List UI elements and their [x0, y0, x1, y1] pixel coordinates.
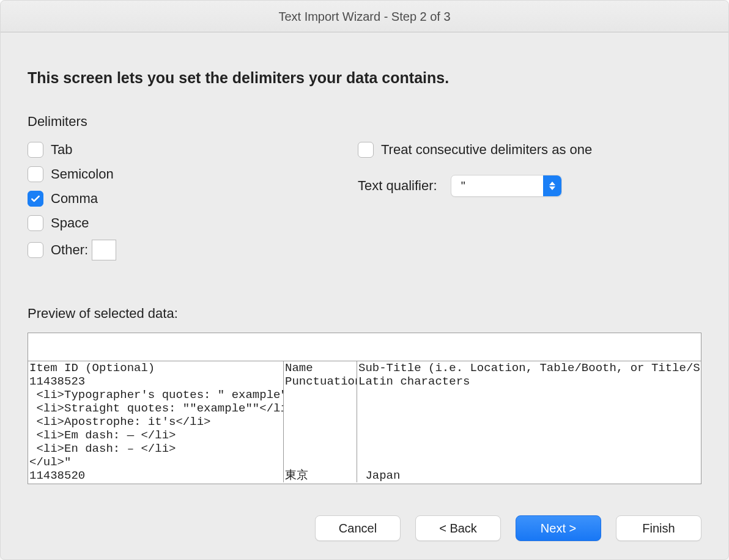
preview-cell	[357, 442, 701, 455]
delimiter-other-input[interactable]	[92, 240, 116, 260]
preview-cell: 11438523	[28, 375, 283, 388]
preview-cell: <li>Em dash: — </li>	[28, 429, 283, 442]
preview-cell: 11438520	[28, 469, 283, 482]
delimiter-semicolon-label: Semicolon	[51, 166, 114, 182]
delimiter-comma-checkbox[interactable]	[28, 191, 43, 207]
preview-label: Preview of selected data:	[28, 306, 701, 322]
preview-cell	[284, 429, 357, 442]
preview-cell: 東京	[284, 469, 357, 482]
preview-cell: <li>Apostrophe: it's</li>	[28, 415, 283, 429]
preview-cell	[284, 402, 357, 415]
preview-column-header: Sub-Title (i.e. Location, Table/Booth, o…	[357, 361, 701, 375]
delimiter-tab-label: Tab	[51, 142, 72, 158]
preview-cell	[357, 402, 701, 415]
consecutive-checkbox[interactable]	[358, 142, 374, 158]
preview-column: Sub-Title (i.e. Location, Table/Booth, o…	[357, 361, 701, 482]
preview-cell: </ul>"	[28, 455, 283, 469]
wizard-window: Text Import Wizard - Step 2 of 3 This sc…	[0, 0, 729, 560]
delimiter-semicolon-row[interactable]: Semicolon	[28, 166, 358, 182]
preview-cell	[357, 429, 701, 442]
preview-box: Item ID (Optional)11438523 <li>Typograph…	[28, 333, 701, 484]
delimiter-other-row[interactable]: Other:	[28, 240, 358, 260]
qualifier-value: "	[461, 179, 465, 193]
preview-column-header: Item ID (Optional)	[28, 361, 283, 375]
preview-cell	[357, 455, 701, 469]
preview-cell	[284, 442, 357, 455]
preview-cell	[357, 415, 701, 429]
preview-column-header: Name	[284, 361, 357, 375]
delimiters-label: Delimiters	[28, 114, 701, 130]
qualifier-select[interactable]: "	[451, 175, 562, 197]
preview-grid: Item ID (Optional)11438523 <li>Typograph…	[28, 361, 701, 482]
preview-cell	[284, 455, 357, 469]
delimiter-tab-row[interactable]: Tab	[28, 142, 358, 158]
next-button[interactable]: Next >	[516, 515, 601, 541]
delimiter-space-checkbox[interactable]	[28, 215, 43, 231]
qualifier-label: Text qualifier:	[358, 178, 437, 194]
preview-cell	[357, 388, 701, 402]
preview-cell: Punctuation	[284, 375, 357, 388]
finish-button[interactable]: Finish	[616, 515, 701, 541]
preview-cell	[284, 415, 357, 429]
delimiter-comma-row[interactable]: Comma	[28, 191, 358, 207]
delimiter-tab-checkbox[interactable]	[28, 142, 43, 158]
preview-cell: <li>Typographer's quotes: " example" </l…	[28, 388, 283, 402]
back-button[interactable]: < Back	[415, 515, 501, 541]
delimiter-other-label: Other:	[51, 242, 88, 258]
page-heading: This screen lets you set the delimiters …	[28, 69, 701, 87]
preview-cell: Japan	[357, 469, 701, 482]
preview-cell: <li>En dash: – </li>	[28, 442, 283, 455]
window-title: Text Import Wizard - Step 2 of 3	[1, 1, 728, 32]
preview-column: NamePunctuation東京	[284, 361, 357, 482]
wizard-body: This screen lets you set the delimiters …	[1, 32, 728, 559]
consecutive-row[interactable]: Treat consecutive delimiters as one	[358, 142, 701, 158]
button-row: Cancel < Back Next > Finish	[315, 515, 701, 541]
preview-cell: Latin characters	[357, 375, 701, 388]
delimiter-other-checkbox[interactable]	[28, 242, 43, 258]
cancel-button[interactable]: Cancel	[315, 515, 401, 541]
delimiter-space-label: Space	[51, 215, 89, 231]
preview-ruler	[28, 333, 701, 361]
delimiter-space-row[interactable]: Space	[28, 215, 358, 231]
preview-cell	[284, 388, 357, 402]
preview-cell: <li>Straight quotes: ""example""</li>	[28, 402, 283, 415]
consecutive-label: Treat consecutive delimiters as one	[381, 142, 592, 158]
delimiter-semicolon-checkbox[interactable]	[28, 166, 43, 182]
delimiter-comma-label: Comma	[51, 191, 98, 207]
preview-column: Item ID (Optional)11438523 <li>Typograph…	[28, 361, 284, 482]
chevron-up-down-icon[interactable]	[543, 175, 561, 196]
